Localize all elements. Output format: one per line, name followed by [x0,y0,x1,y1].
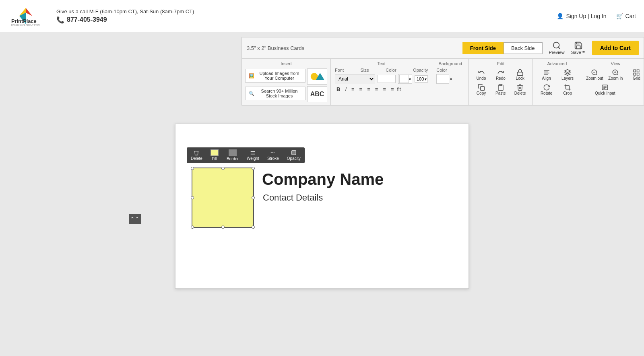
undo-icon [477,69,485,76]
ctx-fill-button[interactable]: Fill [206,147,223,163]
fit-button[interactable]: fit [397,87,401,92]
font-select[interactable]: Arial [335,75,375,83]
preview-icon [552,41,561,50]
canvas: Delete Fill Border Weight Stroke [175,124,469,289]
crop-icon [564,84,572,91]
color-swatch[interactable] [399,75,409,83]
shape-context-menu: Delete Fill Border Weight Stroke [187,147,305,163]
align-left-button[interactable]: ≡ [350,85,356,93]
undo-button[interactable]: Undo [472,68,490,82]
stock-images-button[interactable]: 🔍 Search 90+ Million Stock Images [245,87,305,100]
svg-rect-25 [637,70,639,72]
preview-button[interactable]: Preview [549,41,565,55]
upload-icon: 🖼️ [249,73,254,79]
rotate-button[interactable]: Rotate [536,83,557,97]
svg-line-18 [596,74,597,75]
sign-up-log-in-button[interactable]: 👤 Sign Up | Log In [557,13,606,19]
edit-label: Edit [472,61,529,66]
crop-button[interactable]: Crop [557,83,578,97]
toolbar-wrapper: 3.5" x 2" Business Cards Front Side Back… [242,37,644,106]
upload-images-button[interactable]: 🖼️ Upload Images from Your Computer [245,69,305,83]
phone-icon: 📞 [56,16,64,24]
rotate-icon [543,84,551,91]
size-input[interactable] [378,75,396,83]
redo-button[interactable]: Redo [491,68,510,82]
zoom-in-button[interactable]: Zoom in [605,68,625,82]
lock-button[interactable]: Lock [511,68,529,82]
phone-number: 877-405-3949 [67,16,107,23]
align-right-button[interactable]: ≡ [365,85,372,93]
toolbar-actions: Preview Save™ Add to Cart [549,41,639,55]
collapse-button[interactable]: ⌃⌃ [129,214,141,224]
ctx-opacity-icon [291,150,297,155]
svg-rect-36 [291,151,296,155]
handle-bottom-left[interactable] [191,226,194,229]
svg-line-21 [617,74,618,75]
cart-button[interactable]: 🛒 Cart [616,13,636,19]
view-grid: Zoom out Zoom in Grid Quic [584,68,644,97]
cart-icon: 🛒 [616,13,623,19]
contact-area: Give us a call M-F (6am-10pm CT), Sat-Su… [56,8,557,24]
svg-marker-16 [565,70,571,73]
bg-color-swatch[interactable] [436,74,449,84]
add-to-cart-button[interactable]: Add to Cart [592,41,639,55]
align-justify-button[interactable]: ≡ [374,85,380,93]
text-format-row: B I ≡ ≡ ≡ ≡ ≡ ≡ fit [335,85,428,93]
svg-rect-11 [500,85,502,86]
redo-icon [497,69,505,76]
zoom-in-icon [611,69,619,76]
insert-section: Insert 🖼️ Upload Images from Your Comput… [242,59,331,105]
handle-top-left[interactable] [191,167,194,170]
align-center-button[interactable]: ≡ [358,85,364,93]
opacity-value: 100 [416,76,425,82]
zoom-out-button[interactable]: Zoom out [584,68,605,82]
quick-input-icon [601,84,609,91]
advanced-label: Advanced [536,61,578,66]
svg-line-6 [558,47,560,49]
stock-icon: 🔍 [249,91,254,96]
grid-button[interactable]: Grid [626,68,644,82]
delete-button[interactable]: Delete [511,83,529,97]
toolbar-top: 3.5" x 2" Business Cards Front Side Back… [242,37,644,59]
text-label: Text [335,61,428,66]
phone-line: 📞 877-405-3949 [56,16,557,24]
paste-button[interactable]: Paste [491,83,510,97]
grid-icon [632,69,640,76]
back-side-tab[interactable]: Back Side [504,42,543,54]
italic-button[interactable]: I [343,85,348,93]
color-dropdown-arrow[interactable]: ▾ [409,77,411,81]
handle-top-right[interactable] [252,167,255,170]
selected-shape[interactable] [192,168,254,228]
layers-button[interactable]: Layers [557,68,578,82]
logo-area: PrintPlace PASSIONATE ABOUT PRINTING® [8,4,40,28]
size-label: Size [360,68,369,72]
save-button[interactable]: Save™ [571,41,586,55]
canvas-wrapper: Delete Fill Border Weight Stroke [0,106,644,307]
list-ordered-button[interactable]: ≡ [389,85,396,93]
bg-color-label: Color [436,68,464,72]
shapes-button[interactable] [307,68,327,85]
align-button[interactable]: Align [536,68,557,82]
ctx-stroke-button[interactable]: Stroke [263,148,283,163]
handle-bottom-right[interactable] [252,226,255,229]
bold-button[interactable]: B [335,85,342,93]
font-label: Font [335,68,344,72]
handle-middle-left[interactable] [191,196,194,199]
front-side-tab[interactable]: Front Side [462,42,504,54]
ctx-delete-button[interactable]: Delete [187,148,206,163]
quick-input-button[interactable]: Quick Input [584,83,625,97]
handle-middle-right[interactable] [252,196,255,199]
toolbar-main: Insert 🖼️ Upload Images from Your Comput… [242,59,644,105]
handle-top-middle[interactable] [221,167,225,170]
text-insert-button[interactable]: ABC [307,86,327,102]
list-button[interactable]: ≡ [381,85,388,93]
bg-color-arrow[interactable]: ▾ [450,77,452,81]
ctx-weight-button[interactable]: Weight [243,148,263,163]
opacity-dropdown-arrow[interactable]: ▾ [425,77,427,81]
handle-bottom-middle[interactable] [221,226,225,229]
ctx-opacity-button[interactable]: Opacity [283,148,305,163]
svg-point-5 [553,42,559,48]
copy-button[interactable]: Copy [472,83,490,97]
view-section: View Zoom out Zoom in Grid [581,59,644,105]
ctx-border-button[interactable]: Border [223,147,243,163]
